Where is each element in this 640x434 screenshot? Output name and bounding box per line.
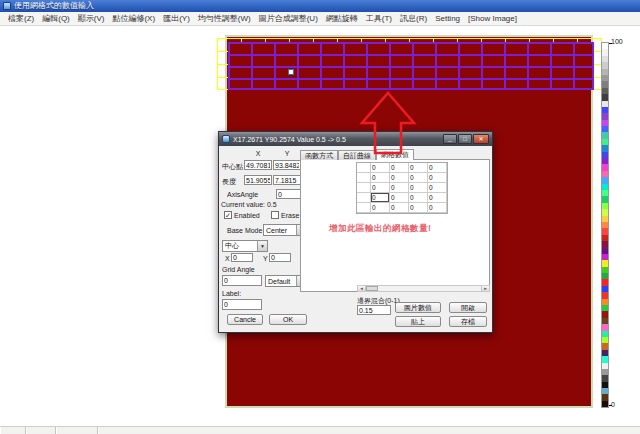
table-cell[interactable]: 0	[428, 193, 447, 203]
tab-strip: 函數方式自訂曲線網格數值	[300, 149, 414, 160]
status-segment	[26, 427, 56, 434]
menu-item[interactable]: 工具(T)	[362, 13, 396, 24]
center-x-field[interactable]	[244, 160, 272, 170]
offset-y-label: Y	[263, 255, 268, 262]
anchor-select[interactable]: 中心 ▼	[222, 240, 268, 252]
color-scale-min-label: 0	[611, 401, 615, 408]
color-swatch[interactable]	[602, 401, 608, 407]
ok-button[interactable]: OK	[269, 314, 307, 325]
minimize-button[interactable]: _	[443, 134, 457, 144]
app-icon	[3, 2, 11, 10]
current-value-text: Current value: 0.5	[221, 201, 277, 208]
enabled-checkbox[interactable]: ✓	[224, 211, 232, 219]
close-button[interactable]: ✕	[473, 134, 489, 144]
table-cell[interactable]	[357, 163, 371, 173]
menu-item[interactable]: 匯出(Y)	[159, 13, 194, 24]
table-cell[interactable]: 0	[409, 183, 428, 193]
app-window: 使用網格式的數值輸入 檔案(Z)編輯(Q)顯示(V)點位編修(X)匯出(Y)均勻…	[0, 0, 640, 434]
menu-item[interactable]: [Show Image]	[464, 14, 521, 23]
grid-angle-mode-value: Default	[268, 278, 290, 285]
menu-item[interactable]: 檔案(Z)	[4, 13, 38, 24]
table-cell[interactable]: 0	[371, 183, 390, 193]
table-cell[interactable]	[357, 203, 371, 213]
blend-field[interactable]	[357, 305, 391, 315]
center-label: 中心點	[222, 162, 243, 172]
menu-item[interactable]: 點位編修(X)	[108, 13, 159, 24]
grid-table[interactable]: 00000000000000000000	[356, 162, 448, 214]
menu-item[interactable]: 顯示(V)	[74, 13, 109, 24]
length-y-field[interactable]	[273, 175, 301, 185]
table-row: 0000	[357, 163, 447, 173]
scrollbar-thumb[interactable]	[366, 286, 378, 291]
open-button[interactable]: 開啟	[449, 302, 487, 313]
selected-point-marker[interactable]	[288, 69, 294, 75]
length-x-field[interactable]	[244, 175, 272, 185]
label-label: Label:	[222, 290, 241, 297]
grid-value-dialog: X17.2671 Y90.2574 Value 0.5 -> 0.5 _ □ ✕…	[218, 131, 493, 333]
menu-item[interactable]: 訊息(R)	[396, 13, 431, 24]
table-cell[interactable]: 0	[409, 173, 428, 183]
image-values-button[interactable]: 圖片數值	[395, 302, 441, 313]
table-cell[interactable]: 0	[390, 203, 409, 213]
paste-button[interactable]: 貼上	[395, 316, 441, 327]
length-label: 長度	[222, 177, 236, 187]
menu-item[interactable]: Setting	[431, 14, 464, 23]
table-cell[interactable]: 0	[409, 203, 428, 213]
cancel-button[interactable]: Cancle	[227, 314, 263, 325]
table-cell[interactable]: 0	[371, 173, 390, 183]
table-cell[interactable]: 0	[390, 193, 409, 203]
tab-2[interactable]: 自訂曲線	[338, 150, 376, 160]
table-cell[interactable]: 0	[390, 173, 409, 183]
menu-item[interactable]: 均勻性調整(W)	[194, 13, 255, 24]
center-y-field[interactable]	[273, 160, 301, 170]
table-row: 0000	[357, 193, 447, 203]
table-cell[interactable]: 0	[390, 163, 409, 173]
grid-angle-field[interactable]	[222, 275, 262, 286]
table-cell[interactable]: 0	[371, 203, 390, 213]
table-cell[interactable]	[357, 193, 371, 203]
chevron-down-icon[interactable]: ▼	[257, 241, 267, 251]
table-cell[interactable]: 0	[428, 183, 447, 193]
tab-3[interactable]: 網格數值	[376, 149, 414, 160]
status-segment	[98, 427, 640, 434]
table-cell[interactable]	[357, 183, 371, 193]
status-segment	[0, 427, 26, 434]
save-button[interactable]: 存檔	[449, 316, 487, 327]
table-cell[interactable]	[357, 173, 371, 183]
menu-item[interactable]: 網點旋轉	[322, 13, 362, 24]
main-title-bar: 使用網格式的數值輸入	[0, 0, 640, 12]
table-row: 0000	[357, 173, 447, 183]
status-segment	[56, 427, 98, 434]
label-field[interactable]	[222, 299, 262, 310]
table-cell[interactable]: 0	[390, 183, 409, 193]
scroll-right-icon[interactable]: ▸	[481, 286, 489, 291]
menu-item[interactable]: 圖片合成調整(U)	[255, 13, 322, 24]
anchor-value: 中心	[225, 241, 239, 251]
table-cell[interactable]: 0	[428, 173, 447, 183]
horizontal-scrollbar[interactable]: ◂ ▸	[357, 285, 490, 292]
table-cell[interactable]: 0	[428, 203, 447, 213]
scroll-left-icon[interactable]: ◂	[358, 286, 366, 291]
maximize-button[interactable]: □	[458, 134, 472, 144]
menu-bar: 檔案(Z)編輯(Q)顯示(V)點位編修(X)匯出(Y)均勻性調整(W)圖片合成調…	[0, 12, 640, 26]
grid-count-note: 增加此區輸出的網格數量!	[329, 223, 431, 235]
table-cell[interactable]: 0	[371, 163, 390, 173]
tab-1[interactable]: 函數方式	[300, 150, 338, 160]
dialog-title-bar[interactable]: X17.2671 Y90.2574 Value 0.5 -> 0.5 _ □ ✕	[219, 132, 492, 146]
table-cell[interactable]: 0	[371, 193, 390, 203]
table-cell[interactable]: 0	[409, 163, 428, 173]
offset-y-field[interactable]	[269, 253, 291, 262]
erase-dots-checkbox[interactable]	[271, 211, 279, 219]
color-scale-bar[interactable]	[601, 42, 609, 408]
menu-item[interactable]: 編輯(Q)	[38, 13, 74, 24]
window-title: 使用網格式的數值輸入	[14, 2, 94, 10]
table-cell[interactable]: 0	[428, 163, 447, 173]
axis-angle-label: AxisAngle	[227, 191, 258, 198]
dialog-icon	[222, 135, 230, 143]
offset-x-label: X	[225, 255, 230, 262]
offset-x-field[interactable]	[231, 253, 253, 262]
table-row: 0000	[357, 183, 447, 193]
table-cell[interactable]: 0	[409, 193, 428, 203]
enabled-label: Enabled	[234, 212, 260, 219]
column-header-y: Y	[273, 150, 301, 157]
